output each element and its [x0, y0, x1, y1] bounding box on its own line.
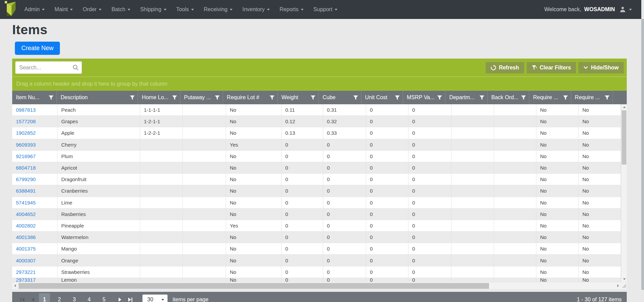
filter-funnel-icon[interactable] — [270, 95, 274, 100]
item-number-link[interactable]: 4001386 — [16, 234, 36, 240]
column-header-5[interactable]: Weight — [278, 91, 319, 104]
column-header-0[interactable]: Item Nu... — [12, 91, 57, 104]
group-drop-zone[interactable]: Drag a column header and drop it here to… — [12, 77, 627, 91]
item-number-link[interactable]: 4001375 — [16, 246, 36, 252]
filter-funnel-icon[interactable] — [172, 95, 177, 100]
filter-funnel-icon[interactable] — [130, 95, 135, 100]
vertical-scrollbar[interactable] — [621, 104, 627, 282]
page-size-select[interactable]: 30 — [142, 295, 168, 302]
filter-funnel-icon[interactable] — [353, 95, 358, 100]
scroll-down-arrow-icon[interactable] — [621, 276, 627, 282]
nav-item-order[interactable]: Order — [83, 6, 102, 13]
window-scrollbar-thumb[interactable] — [641, 19, 644, 290]
item-number-link[interactable]: 2973221 — [16, 269, 36, 275]
table-row-partial[interactable]: 2973317LemonNo0000NoNo — [12, 278, 627, 282]
page-button-2[interactable]: 2 — [54, 293, 65, 302]
create-new-button[interactable]: Create New — [15, 42, 60, 55]
column-header-10[interactable]: Back Ord... — [488, 91, 529, 104]
next-page-button[interactable] — [115, 293, 125, 302]
table-row[interactable]: 6799290DragonfruitNo0000NoNo — [12, 174, 627, 185]
filter-funnel-icon[interactable] — [480, 95, 484, 100]
item-number-link[interactable]: 1902852 — [16, 130, 36, 136]
user-icon[interactable] — [619, 6, 626, 13]
column-header-9[interactable]: Departm... — [445, 91, 487, 104]
page-button-4[interactable]: 4 — [84, 293, 95, 302]
nav-item-tools[interactable]: Tools — [176, 6, 194, 13]
item-number-link[interactable]: 4002802 — [16, 223, 36, 229]
item-number-link[interactable]: 6804718 — [16, 165, 36, 171]
filter-funnel-icon[interactable] — [563, 95, 568, 100]
nav-item-maint[interactable]: Maint — [54, 6, 73, 13]
search-input[interactable] — [15, 61, 82, 74]
item-number-link[interactable]: 2973317 — [16, 278, 36, 282]
table-row[interactable]: 5741945LimeNo0000NoNo — [12, 197, 627, 209]
vertical-scrollbar-thumb[interactable] — [622, 110, 626, 165]
column-header-12[interactable]: Require ... — [571, 91, 613, 104]
table-row[interactable]: 4001386WatermelonNo0000NoNo — [12, 232, 627, 243]
table-row[interactable]: 1577208Grapes1-2-1-1No0.120.3200NoNo — [12, 116, 627, 127]
user-menu[interactable]: Welcome back, WOSADMIN — [544, 6, 632, 13]
item-number-link[interactable]: 9216967 — [16, 153, 36, 159]
item-number-link[interactable]: 1577208 — [16, 118, 36, 124]
table-row[interactable]: 2973221StrawberriesNo0000NoNo — [12, 266, 627, 278]
nav-item-inventory[interactable]: Inventory — [242, 6, 270, 13]
scroll-up-arrow-icon[interactable] — [621, 104, 627, 110]
scroll-left-arrow-icon[interactable] — [12, 282, 18, 289]
horizontal-scrollbar-thumb[interactable] — [19, 283, 489, 289]
table-row[interactable]: 6804718ApricotNo0000NoNo — [12, 162, 627, 174]
nav-item-reports[interactable]: Reports — [280, 6, 304, 13]
table-row[interactable]: 1902852Apple1-2-2-1No0.130.3300NoNo — [12, 127, 627, 139]
nav-item-shipping[interactable]: Shipping — [140, 6, 166, 13]
column-header-7[interactable]: Unit Cost — [361, 91, 403, 104]
table-row[interactable]: 9216967PlumNo0000NoNo — [12, 151, 627, 162]
item-number-link[interactable]: 6388491 — [16, 188, 36, 194]
search-icon[interactable] — [72, 64, 79, 71]
table-row[interactable]: 0987813Peach1-1-1-1No0.110.3100NoNo — [12, 104, 627, 116]
filter-funnel-icon[interactable] — [311, 95, 315, 100]
table-row[interactable]: 4004652RasberriesNo0000NoNo — [12, 209, 627, 220]
horizontal-scrollbar[interactable] — [12, 282, 627, 289]
resize-grip-icon[interactable] — [622, 283, 626, 288]
column-header-1[interactable]: Description — [57, 91, 138, 104]
filter-funnel-icon[interactable] — [605, 95, 609, 100]
column-header-6[interactable]: Cube — [319, 91, 361, 104]
column-header-8[interactable]: MSRP Va... — [403, 91, 445, 104]
scroll-right-arrow-icon[interactable] — [615, 282, 621, 289]
table-row[interactable]: 9609393CherryYes0000NoNo — [12, 139, 627, 151]
page-button-5[interactable]: 5 — [98, 293, 110, 302]
user-caret-icon[interactable] — [629, 9, 632, 10]
last-page-button[interactable] — [125, 293, 135, 302]
filter-funnel-icon[interactable] — [215, 95, 220, 100]
nav-item-admin[interactable]: Admin — [24, 6, 45, 13]
item-number-link[interactable]: 0987813 — [16, 107, 36, 113]
filter-funnel-icon[interactable] — [521, 95, 526, 100]
refresh-button[interactable]: Refresh — [486, 62, 524, 73]
app-logo-icon[interactable] — [2, 1, 22, 18]
nav-item-support[interactable]: Support — [313, 6, 337, 13]
filter-funnel-icon[interactable] — [437, 95, 442, 100]
column-header-2[interactable]: Home Lo... — [138, 91, 180, 104]
prev-page-button[interactable] — [27, 293, 38, 302]
item-number-link[interactable]: 4000307 — [16, 258, 36, 263]
column-header-4[interactable]: Require Lot # — [223, 91, 278, 104]
page-button-3[interactable]: 3 — [69, 293, 80, 302]
item-number-link[interactable]: 5741945 — [16, 200, 36, 206]
window-scrollbar[interactable] — [641, 0, 644, 302]
filter-funnel-icon[interactable] — [395, 95, 400, 100]
nav-item-batch[interactable]: Batch — [111, 6, 130, 13]
page-button-1[interactable]: 1 — [39, 293, 50, 302]
hide-show-button[interactable]: Hide/Show — [578, 62, 624, 73]
first-page-button[interactable] — [17, 293, 27, 302]
filter-funnel-icon[interactable] — [49, 95, 53, 100]
table-row[interactable]: 6388491CranberriesNo0000NoNo — [12, 185, 627, 197]
table-row[interactable]: 4000307OrangeNo0000NoNo — [12, 255, 627, 266]
table-row[interactable]: 4002802PineappleYes0000NoNo — [12, 220, 627, 232]
item-number-link[interactable]: 4004652 — [16, 211, 36, 217]
table-row[interactable]: 4001375MangoNo0000NoNo — [12, 243, 627, 255]
column-header-3[interactable]: Putaway ... — [180, 91, 223, 104]
clear-filters-button[interactable]: Clear Filters — [527, 62, 576, 73]
item-number-link[interactable]: 6799290 — [16, 176, 36, 182]
item-number-link[interactable]: 9609393 — [16, 142, 36, 148]
column-header-11[interactable]: Require ... — [529, 91, 571, 104]
nav-item-receiving[interactable]: Receiving — [204, 6, 232, 13]
